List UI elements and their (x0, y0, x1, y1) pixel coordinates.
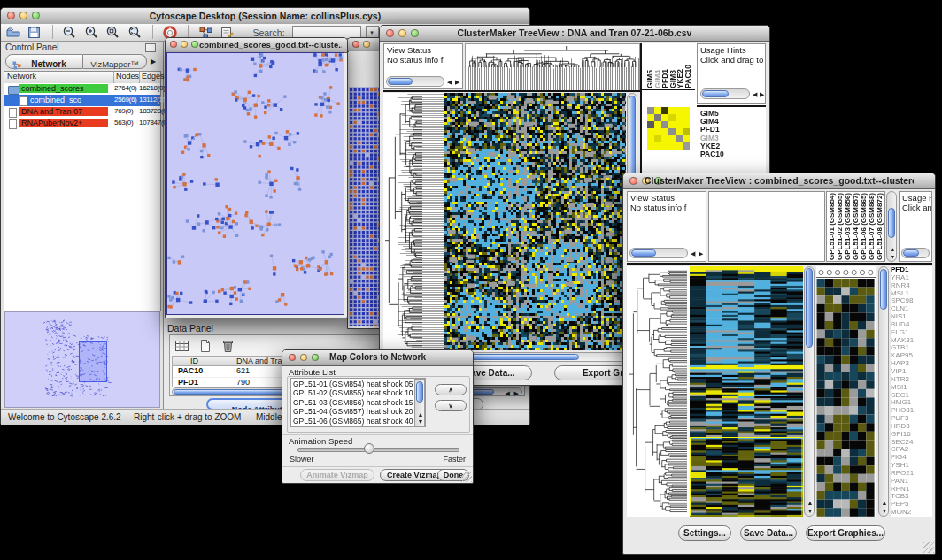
close-icon[interactable] (289, 354, 296, 361)
main-titlebar[interactable]: Cytoscape Desktop (Session Name: collins… (1, 8, 529, 25)
tv1-column-dendrogram[interactable] (465, 43, 640, 92)
tv2-hints-hscrollbar[interactable] (901, 248, 930, 258)
scroll-right-icon[interactable]: ▶ (699, 250, 703, 257)
scrollbar-thumb[interactable] (631, 249, 656, 257)
scrollbar-thumb[interactable] (388, 78, 413, 85)
zoom-selected-icon[interactable] (104, 25, 122, 41)
tv1-column-label[interactable]: PAC10 (683, 65, 692, 88)
tv1-zoom-row-label[interactable]: PAC10 (700, 150, 762, 158)
treeview1-titlebar[interactable]: ClusterMaker TreeView : DNA and Tran 07-… (380, 26, 769, 42)
zoom-out-icon[interactable] (61, 25, 79, 41)
scroll-up-icon[interactable]: ▲ (890, 246, 896, 252)
tv2-heatmap[interactable] (690, 266, 803, 517)
animate-vizmap-button[interactable]: Animate Vizmap (300, 469, 374, 481)
network2-view-canvas[interactable] (349, 87, 382, 326)
tv2-row-dendrogram[interactable] (627, 266, 690, 517)
tv2-column-label[interactable]: GPL51-03 (GSM856) (844, 191, 852, 260)
resize-grip[interactable] (461, 472, 472, 482)
col-id[interactable]: ID (190, 357, 198, 366)
attribute-list-item[interactable]: GPL51-04 (GSM857) heat shock 20 min (293, 407, 413, 416)
tv2-settings-button[interactable]: Settings... (678, 525, 731, 541)
tv1-hints-hscrollbar[interactable] (700, 88, 750, 99)
zoom-fit-icon[interactable] (127, 25, 144, 41)
close-icon[interactable] (352, 41, 359, 48)
tab-vizmapper[interactable]: VizMapper™ (83, 54, 147, 69)
tv2-column-label[interactable]: GPL51-04 (GSM857) (852, 191, 860, 260)
network1-view[interactable] (166, 52, 344, 315)
delete-attribute-icon[interactable] (220, 338, 237, 354)
attribute-list[interactable]: GPL51-01 (GSM854) heat shock 05 minGPL51… (290, 378, 426, 427)
tv2-heatmap-vscrollbar[interactable]: ▲ ▼ (804, 266, 815, 517)
tv2-gene-label[interactable]: MON2 (891, 509, 932, 517)
scrollbar-thumb[interactable] (903, 249, 919, 257)
tv1-zoom-heatmap[interactable] (647, 107, 690, 150)
scrollbar-thumb[interactable] (702, 90, 729, 97)
attribute-list-vscrollbar[interactable]: ▲ ▼ (414, 379, 425, 426)
tv2-column-label[interactable]: GPL51-08 (GSM872) (876, 191, 884, 260)
tab-overflow-arrow-icon[interactable]: ▶ (151, 58, 156, 65)
tv1-heatmap[interactable] (444, 93, 626, 350)
network-table-row[interactable]: combined_scores2764(0)16218(0) (4, 83, 160, 95)
close-icon[interactable] (170, 41, 177, 48)
network-table-row[interactable]: combined_sco2569(6)13112(15) (4, 95, 160, 106)
scroll-up-icon[interactable]: ▲ (882, 500, 888, 506)
scrollbar-thumb[interactable] (888, 208, 895, 238)
save-icon[interactable] (26, 25, 43, 41)
attribute-list-item[interactable]: GPL51-06 (GSM865) heat shock 40 min (293, 417, 413, 426)
attribute-list-item[interactable]: GPL51-01 (GSM854) heat shock 05 min (293, 380, 413, 388)
tv2-column-label[interactable]: GPL51-01 (GSM854) (828, 191, 836, 260)
close-icon[interactable] (7, 12, 15, 19)
tv2-column-label[interactable]: GPL51-06 (GSM865) (860, 191, 868, 260)
network1-titlebar[interactable]: combined_scores_good.txt--cluste... (166, 38, 347, 53)
scroll-left-icon[interactable]: ◀ (753, 91, 757, 97)
scroll-left-icon[interactable]: ◀ (447, 79, 452, 85)
resize-grip[interactable] (923, 542, 934, 553)
move-up-button[interactable]: ∧ (435, 384, 467, 395)
attribute-table-icon[interactable] (174, 338, 191, 354)
tv2-column-label[interactable]: GPL51-07 (GSM868) (868, 191, 876, 260)
scroll-left-icon[interactable]: ◀ (691, 250, 695, 257)
network-table-row[interactable]: DNA and Tran 07769(0)183728(0) (4, 106, 160, 118)
animation-slider-thumb[interactable] (364, 443, 374, 454)
tv2-save-data-button[interactable]: Save Data... (740, 525, 797, 541)
tv1-status-hscrollbar[interactable] (386, 76, 444, 87)
scroll-right-icon[interactable]: ▶ (514, 390, 519, 396)
scrollbar-thumb[interactable] (806, 268, 813, 348)
col-network[interactable]: Network (4, 72, 114, 83)
scrollbar-thumb[interactable] (880, 269, 887, 310)
zoom-in-icon[interactable] (83, 25, 101, 41)
scroll-up-icon[interactable]: ▲ (807, 500, 814, 506)
scrollbar-thumb[interactable] (416, 381, 423, 403)
network1-view-canvas[interactable] (167, 53, 344, 314)
scroll-left-icon[interactable]: ◀ (506, 390, 510, 396)
tv2-column-tree-panel[interactable] (708, 191, 825, 262)
scroll-down-icon[interactable]: ▼ (890, 254, 896, 260)
col-nodes[interactable]: Nodes (114, 72, 140, 83)
attribute-list-item[interactable]: GPL51-07 (GSM868) heat shock 60 min (293, 426, 413, 427)
col-edges[interactable]: Edges (140, 72, 160, 83)
minimize-icon[interactable] (363, 41, 370, 48)
network2-titlebar[interactable] (348, 38, 383, 52)
tv2-zoom-heatmap[interactable] (816, 266, 876, 517)
float-panel-icon[interactable] (145, 43, 156, 52)
animation-slider-track[interactable] (297, 448, 459, 452)
treeview2-titlebar[interactable]: ClusterMaker TreeView : combined_scores_… (623, 173, 935, 189)
tv2-column-label[interactable]: GPL51-02 (GSM855) (836, 191, 844, 260)
map-dialog-titlebar[interactable]: Map Colors to Network (282, 350, 473, 366)
network-overview-panel[interactable] (4, 311, 160, 408)
close-icon[interactable] (629, 177, 637, 185)
close-icon[interactable] (386, 29, 394, 37)
open-file-icon[interactable] (4, 25, 22, 41)
tv1-row-dendrogram[interactable] (383, 93, 444, 350)
tv2-status-hscrollbar[interactable] (629, 248, 688, 258)
scroll-up-icon[interactable]: ▲ (418, 411, 424, 418)
attribute-list-item[interactable]: GPL51-03 (GSM856) heat shock 15 min (293, 398, 413, 407)
network-table-row[interactable]: RNAPuberNov2+563(0)107847(0) (4, 118, 160, 129)
network-overview-canvas[interactable] (6, 313, 158, 406)
minimize-icon[interactable] (181, 41, 188, 48)
tv2-export-graphics-button[interactable]: Export Graphics... (806, 525, 885, 541)
tv2-genes-vscrollbar[interactable]: ▲ ▼ (878, 266, 889, 517)
scroll-right-icon[interactable]: ▶ (760, 91, 764, 97)
tv2-collabels-vscrollbar[interactable]: ▲ ▼ (886, 191, 897, 262)
scroll-right-icon[interactable]: ▶ (455, 79, 459, 85)
